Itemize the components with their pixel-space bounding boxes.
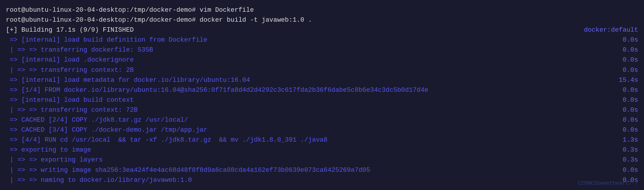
terminal-line: | => => transferring context: 72B 0.0s (6, 105, 638, 115)
line-time: 0.0s (603, 65, 638, 75)
line-time: 1.3s (603, 135, 638, 145)
line-time: 0.0s (603, 165, 638, 175)
terminal-line: | => => writing image sha256:3ea424f4e4a… (6, 165, 638, 175)
status-text: [+] Building 17.1s (9/9) FINISHED (6, 25, 578, 35)
line-time: 0.0s (603, 35, 638, 45)
terminal-cached-line-2: => CACHED [3/4] COPY ./docker-demo.jar /… (6, 125, 638, 135)
line-text: | => => transferring context: 72B (6, 105, 603, 115)
line-time: 0.0s (603, 55, 638, 65)
terminal-export-line: => exporting to image 0.3s (6, 145, 638, 155)
line-time: 15.4s (603, 75, 638, 85)
terminal-cached-line-1: => CACHED [2/4] COPY ./jdk8.tar.gz /usr/… (6, 115, 638, 125)
terminal-line: => [internal] load metadata for docker.i… (6, 75, 638, 85)
line-text: => CACHED [2/4] COPY ./jdk8.tar.gz /usr/… (6, 115, 603, 125)
line-text: | => => writing image sha256:3ea424f4e4a… (6, 165, 603, 175)
line-time: 0.3s (603, 145, 638, 155)
terminal-run-line: => [4/4] RUN cd /usr/local && tar -xf ./… (6, 135, 638, 145)
line-text: root@ubuntu-linux-20-04-desktop:/tmp/doc… (6, 5, 603, 15)
docker-default-label: docker:default (578, 25, 638, 35)
line-text: => [internal] load build definition from… (6, 35, 603, 45)
line-time: 0.0s (603, 95, 638, 105)
terminal-line: | => => naming to docker.io/library/java… (6, 175, 638, 185)
terminal-status-line: [+] Building 17.1s (9/9) FINISHED docker… (6, 25, 638, 35)
line-text: | => => transferring context: 2B (6, 65, 603, 75)
line-text: | => => transferring dockerfile: 535B (6, 45, 603, 55)
line-text: => [internal] load metadata for docker.i… (6, 75, 603, 85)
terminal-line: => [internal] load build definition from… (6, 35, 638, 45)
terminal-container: root@ubuntu-linux-20-04-desktop:/tmp/doc… (6, 5, 638, 185)
line-text: => exporting to image (6, 145, 603, 155)
terminal-line: | => => exporting layers 0.3s (6, 155, 638, 165)
line-text: => [4/4] RUN cd /usr/local && tar -xf ./… (6, 135, 603, 145)
line-text: | => => exporting layers (6, 155, 603, 165)
watermark: CZDNCSSweetheart7-7 (578, 179, 638, 188)
line-time: 0.0s (603, 105, 638, 115)
terminal-line: root@ubuntu-linux-20-04-desktop:/tmp/doc… (6, 5, 638, 15)
line-time: 0.0s (603, 45, 638, 55)
line-time: 0.0s (603, 85, 638, 95)
terminal-line: => [internal] load .dockerignore 0.0s (6, 55, 638, 65)
line-time: 0.0s (603, 125, 638, 135)
terminal-line: => [1/4] FROM docker.io/library/ubuntu:1… (6, 85, 638, 95)
terminal-line: | => => transferring dockerfile: 535B 0.… (6, 45, 638, 55)
line-time (603, 15, 638, 25)
line-time: 0.0s (603, 115, 638, 125)
line-text: => [1/4] FROM docker.io/library/ubuntu:1… (6, 85, 603, 95)
terminal-line: | => => transferring context: 2B 0.0s (6, 65, 638, 75)
line-text: root@ubuntu-linux-20-04-desktop:/tmp/doc… (6, 15, 603, 25)
terminal-line: root@ubuntu-linux-20-04-desktop:/tmp/doc… (6, 15, 638, 25)
line-text: => [internal] load build context (6, 95, 603, 105)
line-text: => [internal] load .dockerignore (6, 55, 603, 65)
line-text: => CACHED [3/4] COPY ./docker-demo.jar /… (6, 125, 603, 135)
line-time (603, 5, 638, 15)
line-text: | => => naming to docker.io/library/java… (6, 175, 603, 185)
terminal-line: => [internal] load build context 0.0s (6, 95, 638, 105)
line-time: 0.3s (603, 155, 638, 165)
